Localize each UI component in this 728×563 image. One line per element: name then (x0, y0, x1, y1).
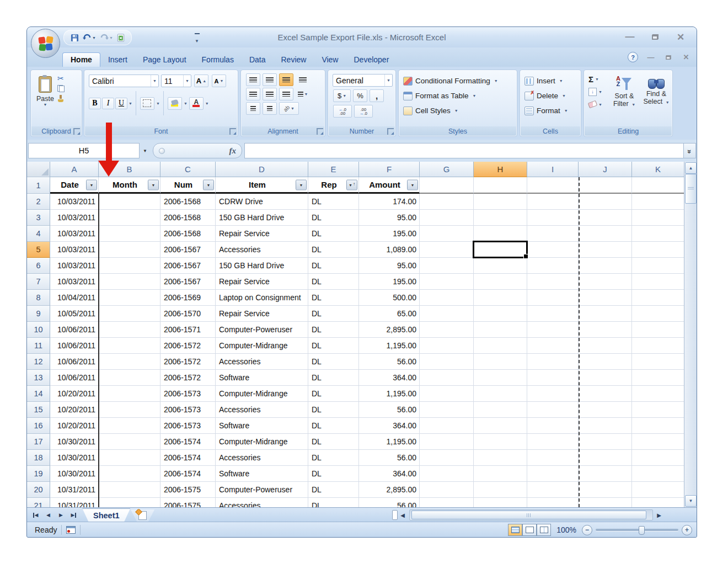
cell-J4[interactable] (579, 226, 632, 242)
cell-J1[interactable] (579, 177, 632, 194)
cell-J7[interactable] (579, 274, 632, 290)
cell-amount-18[interactable]: 56.00 (359, 450, 420, 466)
top-align-button[interactable] (246, 73, 260, 86)
cell-date-8[interactable]: 10/04/2011 (50, 290, 99, 306)
column-header-C[interactable]: C (160, 162, 216, 177)
format-painter-button[interactable] (57, 95, 64, 102)
cell-date-7[interactable]: 10/03/2011 (50, 274, 99, 290)
accounting-format-button[interactable]: $▼ (333, 89, 351, 102)
normal-view-button[interactable] (508, 524, 522, 536)
cell-month-9[interactable] (99, 306, 160, 322)
cell-rep-21[interactable]: DL (308, 498, 359, 507)
column-header-G[interactable]: G (420, 162, 474, 177)
decrease-decimal-button[interactable]: .00→.0 (354, 105, 373, 118)
cell-num-5[interactable]: 2006-1567 (160, 242, 216, 258)
tab-home[interactable]: Home (62, 52, 100, 67)
row-header-12[interactable]: 12 (27, 354, 50, 370)
bottom-align-button[interactable] (279, 73, 293, 86)
zoom-out-button[interactable]: − (582, 525, 592, 535)
cell-K17[interactable] (632, 434, 684, 450)
insert-cells-button[interactable]: Insert▼ (520, 73, 581, 88)
cell-amount-9[interactable]: 65.00 (359, 306, 420, 322)
borders-button[interactable] (140, 97, 154, 110)
shrink-font-button[interactable]: A▼ (212, 75, 226, 87)
row-header-13[interactable]: 13 (27, 370, 50, 386)
cell-I17[interactable] (527, 434, 579, 450)
page-layout-view-button[interactable] (522, 524, 537, 536)
cell-G2[interactable] (420, 194, 474, 210)
alignment-dialog-launcher[interactable] (317, 128, 323, 135)
row-header-21[interactable]: 21 (27, 498, 50, 507)
workbook-close-button[interactable]: ✕ (681, 54, 691, 61)
filter-dropdown-button[interactable]: ▼ (148, 179, 159, 190)
tab-insert[interactable]: Insert (100, 53, 135, 67)
scroll-up-button[interactable]: ▲ (685, 162, 697, 174)
cell-amount-17[interactable]: 1,195.00 (359, 434, 420, 450)
row-header-8[interactable]: 8 (27, 290, 50, 306)
cell-K7[interactable] (632, 274, 684, 290)
cell-G18[interactable] (420, 450, 474, 466)
column-header-F[interactable]: F (359, 162, 420, 177)
cell-K13[interactable] (632, 370, 684, 386)
help-button[interactable]: ? (628, 52, 638, 62)
cell-I10[interactable] (527, 322, 579, 338)
vertical-scrollbar-thumb[interactable] (685, 174, 697, 204)
cell-amount-21[interactable]: 56.00 (359, 498, 420, 507)
scroll-down-button[interactable]: ▼ (685, 495, 697, 507)
cell-I4[interactable] (527, 226, 579, 242)
filter-header-month[interactable]: Month▼ (99, 177, 160, 194)
cell-num-11[interactable]: 2006-1572 (160, 338, 216, 354)
cell-month-8[interactable] (99, 290, 160, 306)
format-cells-button[interactable]: Format▼ (520, 103, 581, 118)
cell-J11[interactable] (579, 338, 632, 354)
cell-J3[interactable] (579, 210, 632, 226)
zoom-level[interactable]: 100% (556, 525, 576, 534)
cell-J10[interactable] (579, 322, 632, 338)
filter-header-num[interactable]: Num▼ (160, 177, 216, 194)
align-center-button[interactable] (263, 88, 277, 100)
cell-rep-9[interactable]: DL (308, 306, 359, 322)
cell-date-10[interactable]: 10/06/2011 (50, 322, 99, 338)
font-color-dropdown-icon[interactable]: ▼ (205, 102, 209, 105)
filter-header-item[interactable]: Item▼ (216, 177, 308, 194)
cell-num-17[interactable]: 2006-1574 (160, 434, 216, 450)
cell-G8[interactable] (420, 290, 474, 306)
number-format-combo[interactable]: General▼ (333, 74, 393, 87)
cell-I14[interactable] (527, 386, 579, 402)
chevron-down-icon[interactable]: ▼ (183, 75, 191, 87)
cell-rep-5[interactable]: DL (308, 242, 359, 258)
cell-I13[interactable] (527, 370, 579, 386)
cell-month-14[interactable] (99, 386, 160, 402)
cell-date-3[interactable]: 10/03/2011 (50, 210, 99, 226)
column-header-A[interactable]: A (50, 162, 99, 177)
row-header-18[interactable]: 18 (27, 450, 50, 466)
cell-rep-16[interactable]: DL (308, 418, 359, 434)
row-header-9[interactable]: 9 (27, 306, 50, 322)
cell-G14[interactable] (420, 386, 474, 402)
conditional-formatting-button[interactable]: Conditional Formatting▼ (399, 73, 517, 88)
cell-num-12[interactable]: 2006-1572 (160, 354, 216, 370)
cell-J15[interactable] (579, 402, 632, 418)
cell-num-21[interactable]: 2006-1575 (160, 498, 216, 507)
cell-num-10[interactable]: 2006-1571 (160, 322, 216, 338)
name-box-dropdown[interactable]: ▼ (140, 144, 151, 158)
chevron-down-icon[interactable]: ▼ (384, 75, 392, 86)
cell-G19[interactable] (420, 466, 474, 482)
row-header-14[interactable]: 14 (27, 386, 50, 402)
tab-developer[interactable]: Developer (346, 53, 397, 67)
cell-H3[interactable] (474, 210, 527, 226)
underline-button[interactable]: U (115, 98, 127, 109)
cell-num-18[interactable]: 2006-1574 (160, 450, 216, 466)
scroll-left-button[interactable]: ◀ (398, 510, 408, 520)
tab-formulas[interactable]: Formulas (194, 53, 242, 67)
cell-rep-18[interactable]: DL (308, 450, 359, 466)
cell-J6[interactable] (579, 258, 632, 274)
cell-amount-15[interactable]: 56.00 (359, 402, 420, 418)
previous-sheet-button[interactable]: ◀ (43, 510, 53, 520)
cell-item-3[interactable]: 150 GB Hard Drive (216, 210, 308, 226)
cut-button[interactable]: ✂ (57, 75, 65, 82)
expand-formula-bar-button[interactable]: » (683, 143, 696, 158)
cell-rep-20[interactable]: DL (308, 482, 359, 498)
cell-item-9[interactable]: Repair Service (216, 306, 308, 322)
cell-item-5[interactable]: Accessories (216, 242, 308, 258)
